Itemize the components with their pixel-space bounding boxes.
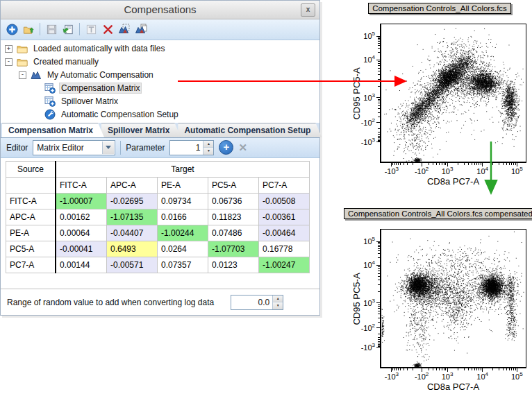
spin-down-icon[interactable]: ▼ [203, 147, 213, 155]
x-axis-minor-tick [492, 163, 493, 165]
matrix-target-header: Target [56, 161, 310, 177]
y-axis-minor-tick [378, 266, 380, 267]
matrix-row-header-pc5-a: PC5-A [6, 241, 56, 257]
random-range-spinner[interactable]: 0.0 ▲ ▼ [231, 295, 283, 310]
spin-down-icon[interactable]: ▼ [273, 302, 283, 309]
rename-compensation-button[interactable] [83, 22, 99, 37]
editor-select[interactable]: Matrix Editor [33, 140, 115, 155]
matrix-column-header-pc7-a: PC7-A [259, 177, 310, 193]
matrix-cell-fitc-a-pe-a[interactable]: 0.09734 [158, 193, 208, 209]
x-axis-minor-tick [476, 368, 477, 370]
y-axis-minor-tick [378, 41, 380, 42]
matrix-column-header-fitc-a: FITC-A [56, 177, 107, 193]
tree-item-loaded-automatically-with-data-files[interactable]: +Loaded automatically with data files [1, 42, 319, 55]
collapse-icon[interactable]: - [19, 71, 26, 79]
editor-select-value: Matrix Editor [37, 143, 83, 153]
close-button[interactable]: x [301, 3, 315, 17]
tree-item-automatic-compensation-setup[interactable]: Automatic Compensation Setup [1, 108, 319, 121]
x-axis-minor-tick [481, 368, 481, 370]
apply-to-plot-button[interactable] [117, 22, 132, 37]
matrix-cell-pc5-a-pc5-a[interactable]: -1.07703 [208, 241, 259, 257]
tab-automatic-compensation-setup[interactable]: Automatic Compensation Setup [178, 123, 322, 137]
matrix-cell-pc5-a-apc-a[interactable]: 0.6493 [107, 241, 158, 257]
spin-up-icon[interactable]: ▲ [203, 141, 213, 148]
matrix-cell-fitc-a-pc5-a[interactable]: 0.06736 [208, 193, 259, 209]
remove-parameter-button[interactable]: ✕ [238, 141, 247, 154]
y-axis-minor-tick [378, 337, 380, 338]
tree-item-compensation-matrix[interactable]: Compensation Matrix [1, 82, 319, 95]
matrix-cell-pe-a-apc-a[interactable]: -0.04407 [107, 225, 158, 241]
y-axis-minor-tick [378, 243, 380, 244]
spin-up-icon[interactable]: ▲ [273, 296, 283, 302]
toolbar-separator [40, 23, 40, 35]
chevron-down-icon[interactable] [102, 142, 114, 154]
y-axis-tick [376, 97, 380, 98]
panel-titlebar[interactable]: Compensations x [1, 1, 319, 19]
y-axis-tick-label: 105 [363, 32, 375, 40]
x-axis-tick-label: 103 [442, 167, 454, 175]
delete-compensation-button[interactable] [100, 22, 115, 37]
export-compensation-button[interactable] [60, 22, 76, 37]
add-parameter-button[interactable]: + [219, 140, 233, 155]
editor-label: Editor [6, 143, 28, 153]
plot-title[interactable]: Compensation Controls_All Colors.fcs com… [344, 208, 532, 219]
save-compensation-button[interactable] [44, 22, 59, 37]
random-range-value[interactable]: 0.0 [231, 296, 272, 309]
matrix-cell-pe-a-pe-a[interactable]: -1.00244 [158, 225, 208, 241]
matrix-cell-pc7-a-pe-a[interactable]: 0.07357 [158, 257, 208, 273]
matrix-cell-apc-a-apc-a[interactable]: -1.07135 [107, 209, 158, 225]
tree-item-created-manually[interactable]: -Created manually [1, 55, 319, 69]
parameter-label: Parameter [126, 143, 165, 153]
collapse-icon[interactable]: - [5, 58, 13, 66]
matrix-cell-pc5-a-pe-a[interactable]: 0.0264 [158, 241, 208, 257]
matrix-cell-fitc-a-apc-a[interactable]: -0.02695 [107, 193, 158, 209]
matrix-cell-fitc-a-pc7-a[interactable]: -0.00508 [259, 193, 310, 209]
parameter-spinner[interactable]: 1 ▲ ▼ [169, 140, 214, 155]
y-axis-tick [376, 122, 380, 123]
tree-item-spillover-matrix[interactable]: Spillover Matrix [1, 95, 319, 108]
compensated-plot[interactable]: Compensation Controls_All Colors.fcs com… [344, 205, 532, 394]
matrix-cell-pc7-a-fitc-a[interactable]: 0.00144 [56, 257, 107, 273]
add-compensation-button[interactable] [4, 22, 19, 37]
tree-item-my-automatic-compensation[interactable]: -My Automatic Compensation [1, 69, 319, 82]
matrix-cell-pc7-a-pc5-a[interactable]: 0.0123 [208, 257, 259, 273]
y-axis-minor-tick [378, 339, 380, 340]
tab-label: Compensation Matrix [8, 126, 93, 135]
matrix-cell-pc7-a-apc-a[interactable]: -0.00571 [107, 257, 158, 273]
matrix-row-header-pc7-a: PC7-A [6, 257, 56, 273]
matrix-cell-pe-a-fitc-a[interactable]: 0.00064 [56, 225, 107, 241]
tab-spillover-matrix[interactable]: Spillover Matrix [101, 123, 181, 137]
y-axis-minor-tick [378, 343, 380, 343]
x-axis-minor-tick [429, 163, 429, 165]
matrix-cell-apc-a-pe-a[interactable]: 0.0166 [158, 209, 208, 225]
x-axis-tick [517, 368, 517, 372]
expand-icon[interactable]: + [5, 45, 13, 53]
parameter-value[interactable]: 1 [170, 141, 203, 155]
matrix-cell-apc-a-fitc-a[interactable]: 0.00162 [56, 209, 107, 225]
x-axis-tick [447, 368, 448, 372]
matrix-cell-pc7-a-pc7-a[interactable]: -1.00247 [259, 257, 310, 273]
matrix-cell-pe-a-pc5-a[interactable]: 0.07486 [208, 225, 259, 241]
tree-item-label: My Automatic Compensation [45, 69, 156, 80]
y-axis-tick-label: 104 [363, 261, 375, 269]
x-axis-minor-tick [433, 163, 433, 165]
matrix-cell-apc-a-pc7-a[interactable]: -0.00361 [259, 209, 310, 225]
matrix-cell-pe-a-pc7-a[interactable]: -0.00464 [259, 225, 310, 241]
folder-icon [17, 43, 28, 54]
copy-compensation-button[interactable] [133, 22, 149, 37]
matrix-cell-fitc-a-fitc-a[interactable]: -1.00007 [56, 193, 107, 209]
matrix-cell-pc5-a-fitc-a[interactable]: -0.00041 [56, 241, 107, 257]
y-axis-tick-label: -102 [361, 324, 375, 332]
x-axis-tick-label: 104 [476, 167, 488, 175]
tab-compensation-matrix[interactable]: Compensation Matrix [2, 123, 104, 137]
matrix-cell-apc-a-pc5-a[interactable]: 0.11823 [208, 209, 259, 225]
y-axis-minor-tick [378, 250, 380, 251]
uncompensated-plot[interactable]: Compensation Controls_All Colors.fcs CD9… [347, 0, 532, 204]
tree-item-label: Spillover Matrix [59, 96, 120, 107]
plot-title[interactable]: Compensation Controls_All Colors.fcs [368, 3, 511, 14]
load-compensation-button[interactable] [21, 22, 36, 37]
matrix-cell-pc5-a-pc7-a[interactable]: 0.16778 [259, 241, 310, 257]
matrix-row-header-pe-a: PE-A [6, 225, 56, 241]
y-axis-tick [376, 327, 380, 328]
y-axis-minor-tick [378, 40, 380, 40]
